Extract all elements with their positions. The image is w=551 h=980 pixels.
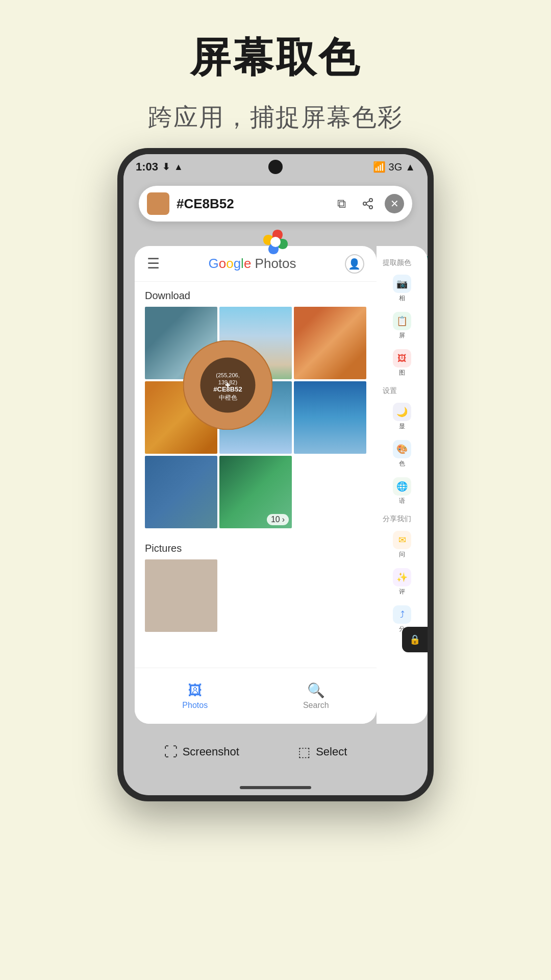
status-left: 1:03 ⬇ ▲ [136,160,183,174]
svg-line-3 [366,205,370,207]
screenshot-bar: ⛶ Screenshot ⬚ Select [135,734,377,770]
side-mail[interactable]: ✉ 问 [377,527,428,563]
svg-point-0 [369,199,372,202]
notification-icon: ▲ [174,162,183,173]
select-icon: ⬚ [298,744,311,760]
close-button[interactable]: ✕ [385,194,404,213]
phone-inner: 1:03 ⬇ ▲ 📶 3G ▲ #CE8B52 ⧉ ✕ [123,154,428,795]
image-icon: 🖼 [393,349,411,368]
svg-text:中橙色: 中橙色 [219,394,237,401]
pictures-grid [145,559,366,632]
photos-nav-label: Photos [182,701,208,710]
nav-photos[interactable]: 🖼 Photos [182,682,208,710]
share-button[interactable] [358,194,378,213]
side-camera[interactable]: 📷 相 [377,271,428,307]
screenshot-label: Screenshot [183,745,239,758]
gp-header: ☰ Google Photos 👤 [135,246,377,282]
color-wheel-overlay: (255,206, 139,82) #CE8B52 中橙色 [183,340,272,430]
color-hex-display: #CE8B52 [177,196,324,212]
svg-line-4 [366,201,370,203]
pictures-section: Pictures [135,543,377,640]
title-section: 屏幕取色 跨应用，捕捉屏幕色彩 [0,31,551,134]
side-panel: 提取颜色 📷 相 📋 屏 🖼 图 设置 🌙 显 🎨 色 [377,246,428,724]
camera-icon: 📷 [393,275,411,293]
photos-icon: 🖼 [188,682,202,699]
home-indicator [240,786,311,789]
dark-bottom-peek: 🔒 [402,627,428,652]
svg-point-5 [270,237,281,247]
photo-cell-6[interactable] [294,381,366,454]
moon-icon: 🌙 [393,403,411,421]
search-nav-label: Search [303,701,329,710]
photo-cell-3[interactable] [294,307,366,379]
cast-icon: 📶 [373,161,386,173]
google-photos-app: ☰ Google Photos 👤 Download [135,246,377,724]
phone-frame: 1:03 ⬇ ▲ 📶 3G ▲ #CE8B52 ⧉ ✕ [117,148,434,801]
copy-button[interactable]: ⧉ [332,194,351,213]
signal-icon: ⬇ [162,161,170,173]
star-icon: ✨ [393,568,411,586]
select-label: Select [316,745,347,758]
screen-icon: 📋 [393,312,411,330]
camera-notch [268,160,283,174]
photo-cell-8[interactable]: 10 › [219,456,292,528]
pictures-section-label: Pictures [145,543,366,554]
moon-label: 显 [399,422,405,431]
settings-label: 设置 [377,382,428,398]
nav-search[interactable]: 🔍 Search [303,682,329,710]
mail-label: 问 [399,550,405,559]
time-display: 1:03 [136,160,158,174]
svg-point-2 [369,206,372,209]
select-button[interactable]: ⬚ Select [298,744,347,760]
extract-label: 提取颜色 [377,254,428,270]
side-moon[interactable]: 🌙 显 [377,399,428,435]
svg-point-1 [363,202,366,205]
image-label: 图 [399,369,405,377]
user-avatar[interactable]: 👤 [345,254,364,274]
svg-text:139,82): 139,82) [218,379,237,385]
side-star[interactable]: ✨ 评 [377,564,428,600]
bottom-nav: 🖼 Photos 🔍 Search [135,668,377,724]
screenshot-icon: ⛶ [164,744,178,760]
side-palette[interactable]: 🎨 色 [377,436,428,472]
svg-text:#CE8B52: #CE8B52 [213,385,242,393]
globe-label: 语 [399,497,405,505]
svg-text:(255,206,: (255,206, [216,372,239,378]
side-globe[interactable]: 🌐 语 [377,473,428,509]
google-photos-logo: Google Photos [208,256,296,272]
photo-count-badge: 10 › [267,514,289,525]
status-right: 📶 3G ▲ [373,161,415,173]
google-photos-icon [261,228,290,256]
color-picker-bar: #CE8B52 ⧉ ✕ [139,186,412,222]
side-screen[interactable]: 📋 屏 [377,308,428,344]
screenshot-button[interactable]: ⛶ Screenshot [164,744,239,760]
status-bar: 1:03 ⬇ ▲ 📶 3G ▲ [123,154,428,180]
camera-label: 相 [399,294,405,303]
search-icon: 🔍 [307,682,325,699]
lock-icon: 🔒 [402,627,428,652]
palette-icon: 🎨 [393,440,411,458]
side-image[interactable]: 🖼 图 [377,345,428,381]
download-section-label: Download [145,290,366,302]
network-label: 3G [389,161,403,173]
share-us-label: 分享我们 [377,510,428,526]
share-icon: ⤴ [393,605,411,624]
battery-icon: ▲ [405,161,415,173]
palette-label: 色 [399,459,405,468]
mail-icon: ✉ [393,531,411,549]
color-swatch [147,192,169,215]
screen-label: 屏 [399,331,405,340]
hamburger-menu[interactable]: ☰ [147,255,160,272]
star-label: 评 [399,587,405,596]
photo-cell-7[interactable] [145,456,217,528]
main-title: 屏幕取色 [0,31,551,86]
globe-icon: 🌐 [393,477,411,496]
sub-title: 跨应用，捕捉屏幕色彩 [0,101,551,134]
pic-cell-1[interactable] [145,559,217,632]
